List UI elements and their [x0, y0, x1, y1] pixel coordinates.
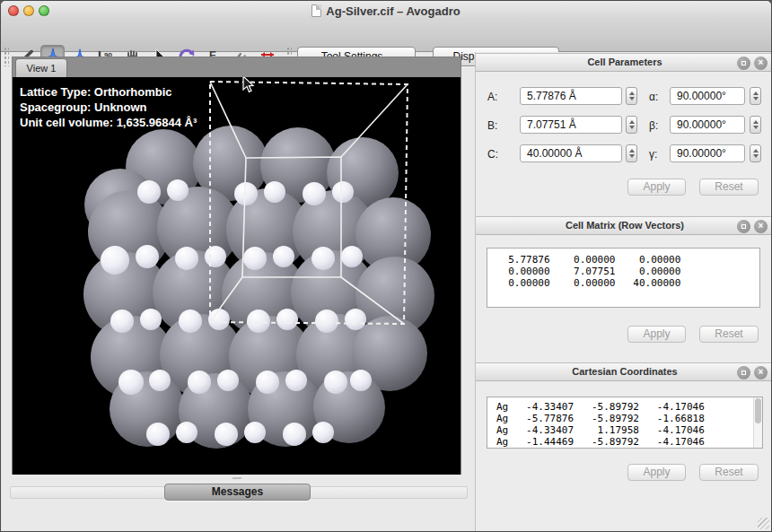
atom-highlight-sphere[interactable]: [256, 371, 279, 394]
atom-highlight-sphere[interactable]: [350, 370, 372, 391]
atom-highlight-sphere[interactable]: [315, 310, 338, 333]
atom-highlight-sphere[interactable]: [276, 309, 298, 330]
cell-matrix-text: 5.77876 0.00000 0.00000 0.00000 7.07751 …: [487, 249, 759, 289]
param-b-label: B:: [487, 119, 497, 132]
atom-highlight-sphere[interactable]: [217, 370, 239, 391]
float-icon: [741, 371, 746, 375]
cartesian-apply-button[interactable]: Apply: [627, 464, 686, 481]
atom-highlight-sphere[interactable]: [136, 245, 159, 268]
cell-volume-text: Unit cell volume: 1,635.96844 Å³: [20, 115, 197, 130]
view-block: View 1 Lattice Type: Orthorhombic Spaceg…: [12, 57, 461, 475]
param-b-field[interactable]: 7.07751 Å: [520, 116, 622, 134]
atom-highlight-sphere[interactable]: [110, 310, 134, 333]
atom-highlight-sphere[interactable]: [208, 309, 230, 330]
atom-highlight-sphere[interactable]: [175, 247, 198, 270]
atom-highlight-sphere[interactable]: [167, 179, 189, 201]
tab-view-1[interactable]: View 1: [15, 58, 67, 77]
param-alpha-spinner[interactable]: [750, 87, 761, 105]
view-tab-bar: View 1: [13, 57, 461, 77]
lattice-type-text: Lattice Type: Orthorhombic: [20, 84, 197, 100]
atom-highlight-sphere[interactable]: [140, 309, 162, 330]
atom-highlight-sphere[interactable]: [118, 370, 144, 395]
cell-matrix-header[interactable]: Cell Matrix (Row Vectors) ×: [476, 216, 772, 235]
atom-highlight-sphere[interactable]: [179, 310, 202, 333]
atom-highlight-sphere[interactable]: [311, 247, 335, 270]
cartesian-title: Cartesian Coordinates: [476, 363, 772, 380]
cell-parameters-apply-button[interactable]: Apply: [627, 179, 686, 196]
atom-highlight-sphere[interactable]: [243, 247, 267, 270]
param-alpha-field[interactable]: 90.00000°: [670, 87, 745, 105]
param-c-label: C:: [487, 148, 498, 161]
param-beta-field[interactable]: 90.00000°: [670, 116, 745, 134]
close-panel-button[interactable]: ×: [754, 57, 768, 70]
window-resize-grip[interactable]: [758, 518, 769, 529]
title-bar[interactable]: Ag-Silver.cif – Avogadro: [1, 1, 771, 21]
cell-parameters-header[interactable]: Cell Parameters ×: [476, 53, 772, 72]
cell-matrix-reset-button[interactable]: Reset: [699, 326, 759, 343]
atom-highlight-sphere[interactable]: [264, 181, 285, 203]
atom-highlight-sphere[interactable]: [303, 182, 326, 205]
atom-highlight-sphere[interactable]: [188, 371, 211, 394]
cell-info-overlay: Lattice Type: Orthorhombic Spacegroup: U…: [20, 84, 197, 130]
document-icon: [311, 4, 321, 17]
close-panel-button[interactable]: ×: [754, 366, 768, 379]
param-a-spinner[interactable]: [626, 87, 637, 105]
atom-highlight-sphere[interactable]: [312, 422, 334, 443]
param-gamma-field[interactable]: 90.00000°: [670, 144, 745, 162]
toolbar-drag-handle[interactable]: [4, 47, 9, 66]
cartesian-scrollbar[interactable]: [753, 397, 762, 448]
cartesian-text: Ag -4.33407 -5.89792 -4.17046 Ag -5.7787…: [487, 397, 762, 449]
atom-highlight-sphere[interactable]: [146, 423, 170, 446]
cell-matrix-box[interactable]: 5.77876 0.00000 0.00000 0.00000 7.07751 …: [487, 248, 760, 308]
param-b-spinner[interactable]: [626, 116, 637, 134]
param-c-spinner[interactable]: [626, 144, 637, 162]
tab-view-1-label: View 1: [27, 63, 57, 74]
toolbar: 90 E: [1, 21, 771, 52]
scrollbar-thumb[interactable]: [755, 398, 761, 423]
atom-highlight-sphere[interactable]: [285, 370, 307, 391]
atom-highlight-sphere[interactable]: [149, 370, 171, 391]
cartesian-reset-button[interactable]: Reset: [699, 464, 759, 481]
param-c-field[interactable]: 40.00000 Å: [520, 144, 622, 162]
param-beta-spinner[interactable]: [750, 116, 761, 134]
float-panel-button[interactable]: [737, 220, 750, 233]
cell-matrix-title: Cell Matrix (Row Vectors): [476, 217, 772, 234]
atom-highlight-sphere[interactable]: [234, 182, 258, 205]
atom-highlight-sphere[interactable]: [215, 423, 238, 446]
param-alpha-label: α:: [649, 91, 658, 103]
param-gamma-spinner[interactable]: [750, 144, 761, 162]
float-panel-button[interactable]: [737, 366, 750, 379]
messages-splitter-handle[interactable]: [231, 477, 242, 482]
atom-highlight-sphere[interactable]: [341, 246, 363, 267]
float-panel-button[interactable]: [737, 57, 750, 70]
cell-matrix-apply-button[interactable]: Apply: [627, 326, 686, 343]
cell-parameters-title: Cell Parameters: [476, 54, 772, 71]
atom-highlight-sphere[interactable]: [345, 309, 366, 330]
cell-parameters-reset-button[interactable]: Reset: [699, 179, 759, 196]
atom-highlight-sphere[interactable]: [244, 422, 266, 443]
close-panel-button[interactable]: ×: [754, 220, 768, 233]
window-title: Ag-Silver.cif – Avogadro: [326, 4, 460, 18]
param-a-field[interactable]: 5.77876 Å: [520, 87, 622, 105]
param-beta-label: β:: [649, 119, 658, 132]
atom-highlight-sphere[interactable]: [273, 246, 294, 267]
messages-button[interactable]: Messages: [164, 484, 311, 501]
atom-highlight-sphere[interactable]: [176, 422, 197, 443]
atom-highlight-sphere[interactable]: [101, 246, 129, 275]
spacegroup-text: Spacegroup: Unknown: [20, 100, 197, 115]
atom-highlight-sphere[interactable]: [247, 310, 270, 333]
title-area: Ag-Silver.cif – Avogadro: [1, 1, 771, 21]
atom-highlight-sphere[interactable]: [324, 371, 347, 394]
atom-highlight-sphere[interactable]: [205, 246, 226, 267]
float-icon: [741, 224, 746, 229]
gl-viewport[interactable]: Lattice Type: Orthorhombic Spacegroup: U…: [13, 77, 461, 475]
atom-highlight-sphere[interactable]: [283, 423, 306, 446]
cartesian-box[interactable]: Ag -4.33407 -5.89792 -4.17046 Ag -5.7787…: [487, 397, 763, 449]
cartesian-header[interactable]: Cartesian Coordinates ×: [476, 362, 772, 381]
mouse-cursor-icon: [242, 77, 255, 94]
avogadro-window: Ag-Silver.cif – Avogadro: [0, 0, 772, 532]
param-a-label: A:: [487, 91, 497, 103]
atom-highlight-sphere[interactable]: [332, 181, 354, 203]
param-gamma-label: γ:: [649, 148, 657, 161]
atom-highlight-sphere[interactable]: [137, 180, 161, 204]
